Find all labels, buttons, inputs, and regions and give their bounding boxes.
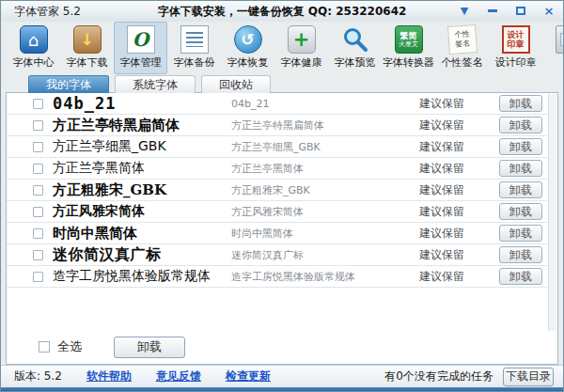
magnifier-icon	[341, 25, 369, 54]
font-display-name: 方正兰亭细黑_GBK	[53, 138, 231, 155]
download-dir-button[interactable]: 下载目录	[503, 368, 554, 386]
font-name: 造字工房悦黑体验版常规体	[231, 270, 419, 284]
advice-label: 建议保留	[419, 161, 499, 177]
computer-icon	[556, 25, 564, 54]
converter-icon-text: 火星文	[399, 41, 418, 48]
row-checkbox[interactable]	[33, 250, 43, 260]
toolbar-item-label: 字体备份	[174, 55, 215, 70]
toolbar-item-label: 字体转换器	[383, 55, 434, 70]
font-name: 方正兰亭特黑扁简体	[231, 118, 419, 133]
advice-label: 建议保留	[419, 247, 499, 263]
font-display-name: 04b_21	[53, 94, 231, 113]
table-row: 方正兰亭细黑_GBK 方正兰亭细黑_GBK 建议保留 卸载	[7, 136, 547, 158]
font-name: 方正风雅宋简体	[231, 205, 419, 219]
restore-icon: ↺	[234, 25, 262, 54]
toolbar-item-font-backup[interactable]: 字体备份	[167, 22, 221, 74]
toolbar-item-font-center[interactable]: ⌂ 字体中心	[7, 22, 60, 74]
toolbar-item-font-converter[interactable]: 繁简 火星文 字体转换器	[382, 22, 435, 74]
signature-icon: 个性签名	[446, 24, 477, 55]
uninstall-button[interactable]: 卸载	[499, 181, 542, 198]
font-name: 方正兰亭细黑_GBK	[231, 140, 419, 154]
row-checkbox[interactable]	[33, 120, 43, 131]
row-checkbox[interactable]	[33, 228, 43, 239]
table-row: 方正兰亭特黑扁简体 方正兰亭特黑扁简体 建议保留 卸载	[7, 115, 547, 136]
toolbar-item-computer[interactable]: 电	[542, 22, 563, 74]
advice-label: 建议保留	[419, 96, 499, 112]
uninstall-button[interactable]: 卸载	[499, 246, 542, 263]
dropdown-menu-icon[interactable]: ▼	[456, 3, 473, 18]
tab-recycle-bin[interactable]: 回收站	[201, 75, 271, 93]
table-row: 方正粗雅宋_GBK 方正粗雅宋_GBK 建议保留 卸载	[7, 180, 547, 201]
advice-label: 建议保留	[419, 182, 499, 198]
toolbar-item-label: 字体健康	[281, 55, 322, 70]
font-display-name: 方正兰亭黑简体	[53, 160, 231, 177]
toolbar-item-signature[interactable]: 个性签名 个性签名	[435, 22, 489, 74]
table-row: 迷你简汉真广标 迷你简汉真广标 建议保留 卸载	[7, 244, 547, 266]
row-checkbox[interactable]	[33, 164, 43, 174]
table-row: 04b_21 04b_21 建议保留 卸载	[7, 93, 547, 115]
row-checkbox[interactable]	[33, 185, 43, 196]
app-title: 字体管家 5.2	[14, 4, 81, 20]
row-checkbox[interactable]	[33, 142, 43, 152]
row-checkbox[interactable]	[33, 207, 43, 217]
help-link[interactable]: 软件帮助	[86, 368, 132, 384]
bottom-controls: 全选 卸载	[7, 335, 557, 359]
converter-icon-text: 繁简	[400, 32, 417, 40]
health-kit-icon: +	[288, 25, 316, 54]
table-row: 方正兰亭黑简体 方正兰亭黑简体 建议保留 卸载	[7, 158, 547, 180]
font-name: 时尚中黑简体	[231, 227, 419, 241]
toolbar-item-label: 字体管理	[120, 55, 162, 70]
toolbar-item-label: 个性签名	[442, 55, 483, 70]
row-checkbox[interactable]	[33, 272, 43, 282]
window-controls: ▼ ×	[456, 3, 557, 18]
toolbar-item-label: 字体恢复	[227, 55, 269, 70]
font-display-name: 造字工房悦黑体验版常规体	[53, 268, 231, 285]
toolbar-item-label: 字体预览	[335, 55, 376, 70]
tab-system-fonts[interactable]: 系统字体	[115, 75, 196, 93]
row-checkbox[interactable]	[33, 99, 43, 109]
uninstall-button[interactable]: 卸载	[499, 225, 542, 242]
toolbar-item-font-restore[interactable]: ↺ 字体恢复	[221, 22, 274, 74]
advice-label: 建议保留	[419, 118, 499, 133]
maximize-icon[interactable]	[512, 3, 529, 18]
stamp-icon: 设计印章	[502, 25, 530, 54]
font-display-name: 时尚中黑简体	[53, 225, 231, 243]
feedback-link[interactable]: 意见反馈	[156, 368, 201, 384]
uninstall-selected-button[interactable]: 卸载	[114, 337, 185, 358]
scrollbar[interactable]	[548, 94, 556, 331]
check-update-link[interactable]: 检查更新	[226, 368, 271, 384]
uninstall-button[interactable]: 卸载	[499, 95, 542, 112]
uninstall-button[interactable]: 卸载	[499, 138, 542, 155]
uninstall-button[interactable]: 卸载	[499, 160, 542, 177]
font-display-name: 方正风雅宋简体	[53, 203, 231, 220]
tab-my-fonts[interactable]: 我的字体	[28, 75, 109, 93]
toolbar-item-font-download[interactable]: ↓ 字体下载	[60, 22, 114, 74]
toolbar-item-font-health[interactable]: + 字体健康	[274, 22, 328, 74]
close-icon[interactable]: ×	[540, 3, 557, 18]
toolbar-item-font-preview[interactable]: 字体预览	[328, 22, 382, 74]
table-row: 方正风雅宋简体 方正风雅宋简体 建议保留 卸载	[7, 201, 547, 223]
toolbar-item-font-manage[interactable]: O 字体管理	[114, 22, 167, 74]
uninstall-button[interactable]: 卸载	[499, 203, 542, 220]
select-all-checkbox[interactable]	[39, 341, 50, 353]
font-list-panel: 04b_21 04b_21 建议保留 卸载 方正兰亭特黑扁简体 方正兰亭特黑扁简…	[6, 92, 558, 365]
font-display-name: 方正兰亭特黑扁简体	[53, 117, 231, 134]
stamp-icon-text: 设计印章	[507, 30, 525, 50]
toolbar-item-stamp-design[interactable]: 设计印章 设计印章	[489, 22, 542, 74]
minimize-icon[interactable]	[484, 3, 501, 18]
signature-icon-text: 个性签名	[453, 30, 471, 49]
advice-label: 建议保留	[419, 204, 499, 220]
titlebar: 字体下载安装，一键备份恢复 QQ: 253220642 字体管家 5.2 ▼ ×	[1, 1, 563, 22]
backup-docs-icon	[180, 25, 209, 54]
status-bar: 版本: 5.2 软件帮助 意见反馈 检查更新 有0个没有完成的任务 下载目录	[1, 365, 563, 387]
font-name: 迷你简汉真广标	[231, 248, 419, 262]
uninstall-button[interactable]: 卸载	[499, 117, 542, 133]
font-manage-icon: O	[127, 25, 155, 54]
tasks-status: 有0个没有完成的任务	[384, 368, 494, 384]
uninstall-button[interactable]: 卸载	[499, 268, 542, 285]
download-icon: ↓	[73, 25, 102, 54]
tab-bar: 我的字体 系统字体 回收站	[6, 75, 558, 93]
toolbar-item-label: 字体中心	[13, 55, 55, 70]
font-list: 04b_21 04b_21 建议保留 卸载 方正兰亭特黑扁简体 方正兰亭特黑扁简…	[7, 93, 547, 288]
window-bottom-accent	[1, 387, 563, 391]
